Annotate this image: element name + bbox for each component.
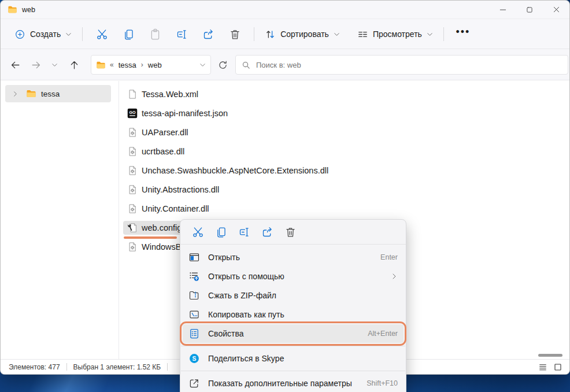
menu-item-open-with[interactable]: Открыть с помощью bbox=[183, 267, 404, 286]
menu-item-shortcut: Enter bbox=[380, 253, 398, 261]
menu-item-shortcut: Shift+F10 bbox=[367, 379, 398, 387]
refresh-button[interactable] bbox=[213, 56, 232, 74]
sort-button[interactable]: Сортировать bbox=[260, 24, 345, 45]
minimize-button[interactable] bbox=[490, 1, 516, 19]
breadcrumb-separator: › bbox=[141, 61, 143, 69]
dll-file-icon bbox=[127, 146, 138, 157]
file-name: UAParser.dll bbox=[142, 128, 188, 137]
address-bar[interactable]: « tessa › web bbox=[91, 55, 211, 75]
close-icon bbox=[552, 5, 561, 14]
menu-item-properties[interactable]: СвойстваAlt+Enter bbox=[183, 324, 404, 343]
delete-icon bbox=[229, 28, 241, 40]
search-icon bbox=[242, 61, 250, 69]
file-name: ucrtbase.dll bbox=[142, 147, 184, 156]
rename-button[interactable] bbox=[168, 24, 195, 45]
delete-button[interactable] bbox=[279, 222, 302, 242]
delete-button[interactable] bbox=[221, 24, 248, 45]
new-button[interactable]: Создать bbox=[10, 24, 76, 45]
window-controls bbox=[490, 1, 569, 19]
svg-text:S: S bbox=[193, 356, 197, 362]
copy-button[interactable] bbox=[209, 222, 232, 242]
copy-icon bbox=[123, 28, 135, 40]
toolbar-divider bbox=[443, 27, 444, 41]
menu-item-open-window[interactable]: ОткрытьEnter bbox=[183, 248, 404, 267]
file-name: Unchase.Swashbuckle.AspNetCore.Extension… bbox=[142, 166, 328, 175]
command-toolbar: Создать Сортировать Просмотреть ••• bbox=[1, 20, 569, 49]
desktop-wallpaper: web Создать Сортировать bbox=[0, 0, 570, 392]
cut-button[interactable] bbox=[186, 222, 209, 242]
open-window-icon bbox=[188, 252, 200, 263]
file-row[interactable]: Unchase.Swashbuckle.AspNetCore.Extension… bbox=[123, 164, 332, 177]
sidebar-item-label: tessa bbox=[41, 90, 60, 98]
sort-icon bbox=[265, 29, 276, 40]
breadcrumb-segment-web[interactable]: web bbox=[148, 61, 162, 69]
menu-item-more-options[interactable]: Показать дополнительные параметрыShift+F… bbox=[183, 374, 404, 392]
status-selection-info: Выбран 1 элемент: 1.52 КБ bbox=[73, 363, 161, 371]
dll-file-icon bbox=[127, 204, 138, 214]
status-divider bbox=[66, 363, 67, 371]
breadcrumb-collapsed[interactable]: « bbox=[110, 61, 114, 69]
menu-item-label: Поделиться в Skype bbox=[208, 354, 284, 363]
forward-button[interactable] bbox=[27, 56, 45, 73]
address-dropdown-icon[interactable] bbox=[199, 62, 206, 68]
copy-button[interactable] bbox=[115, 24, 142, 45]
sidebar-item-tessa[interactable]: tessa bbox=[5, 85, 111, 102]
file-row[interactable]: UAParser.dll bbox=[123, 125, 193, 139]
more-options-button[interactable]: ••• bbox=[450, 24, 476, 45]
toolbar-divider bbox=[254, 27, 254, 41]
up-button[interactable] bbox=[65, 56, 83, 73]
details-view-button[interactable] bbox=[536, 361, 550, 373]
file-row[interactable]: Unity.Container.dll bbox=[123, 202, 213, 216]
view-toggle-group bbox=[536, 361, 569, 373]
maximize-icon bbox=[525, 6, 534, 14]
plus-circle-icon bbox=[14, 29, 25, 40]
copy-icon bbox=[215, 226, 227, 238]
more-options-icon bbox=[188, 378, 200, 389]
file-name: web.config bbox=[142, 223, 182, 232]
menu-separator bbox=[181, 371, 405, 371]
folder-icon bbox=[26, 88, 36, 99]
search-input[interactable] bbox=[256, 61, 562, 69]
file-row[interactable]: web.config bbox=[123, 221, 186, 235]
share-icon bbox=[202, 28, 214, 40]
titlebar: web bbox=[1, 1, 569, 19]
toolbar-icon-group bbox=[88, 24, 248, 45]
file-row[interactable]: GOtessa-api-manifest.json bbox=[123, 106, 232, 120]
menu-item-copy-path[interactable]: Копировать как путь bbox=[183, 305, 404, 324]
rename-button[interactable] bbox=[232, 222, 256, 242]
view-button-label: Просмотреть bbox=[373, 29, 422, 39]
zip-folder-icon bbox=[188, 290, 200, 301]
chevron-right-icon[interactable] bbox=[12, 91, 18, 97]
back-button[interactable] bbox=[6, 56, 24, 73]
maximize-button[interactable] bbox=[516, 1, 543, 19]
file-name: Tessa.Web.xml bbox=[142, 90, 198, 99]
view-button[interactable]: Просмотреть bbox=[353, 24, 438, 45]
file-row[interactable]: ucrtbase.dll bbox=[123, 145, 188, 158]
copy-path-icon bbox=[188, 309, 200, 320]
share-button[interactable] bbox=[195, 24, 221, 45]
folder-icon bbox=[96, 60, 106, 70]
rename-icon bbox=[238, 226, 250, 238]
file-row[interactable]: Unity.Abstractions.dll bbox=[123, 183, 223, 197]
file-row[interactable]: Tessa.Web.xml bbox=[123, 87, 202, 101]
menu-item-skype[interactable]: SПоделиться в Skype bbox=[183, 349, 404, 368]
file-name: tessa-api-manifest.json bbox=[142, 109, 228, 118]
large-icons-view-button[interactable] bbox=[551, 361, 565, 373]
menu-item-zip-folder[interactable]: Сжать в ZIP-файл bbox=[183, 286, 404, 305]
cut-button[interactable] bbox=[88, 24, 115, 45]
horizontal-scrollbar-thumb[interactable] bbox=[538, 354, 562, 357]
properties-icon bbox=[188, 328, 200, 339]
sort-button-label: Сортировать bbox=[280, 29, 329, 39]
chevron-down-icon bbox=[334, 31, 340, 38]
window-title: web bbox=[22, 6, 35, 14]
selection-annotation-underline bbox=[124, 236, 177, 239]
dll-file-icon bbox=[127, 127, 138, 138]
close-button[interactable] bbox=[543, 1, 569, 19]
share-button[interactable] bbox=[256, 222, 279, 242]
breadcrumb-segment-tessa[interactable]: tessa bbox=[119, 61, 136, 69]
chevron-down-icon bbox=[427, 31, 433, 38]
recent-locations-button[interactable] bbox=[46, 56, 63, 73]
menu-item-label: Показать дополнительные параметры bbox=[208, 379, 352, 388]
menu-item-label: Сжать в ZIP-файл bbox=[208, 291, 276, 300]
paste-button[interactable] bbox=[142, 24, 168, 45]
